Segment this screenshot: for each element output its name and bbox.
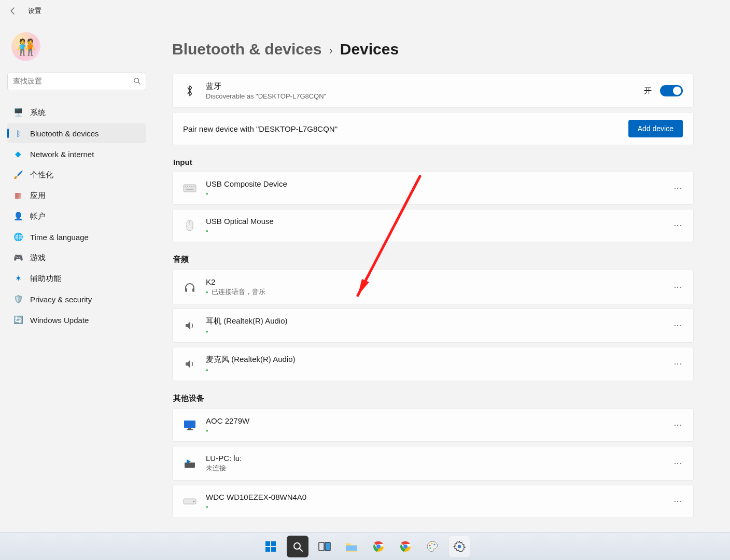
titlebar: 设置	[0, 0, 730, 22]
nav-icon: 🎮	[13, 253, 23, 262]
device-status	[206, 426, 661, 434]
svg-rect-31	[346, 545, 357, 551]
device-card-input-1[interactable]: USB Optical Mouse⋮	[172, 209, 694, 242]
device-status: 未连接	[206, 464, 661, 473]
more-icon[interactable]: ⋮	[670, 360, 683, 368]
device-card-other-2[interactable]: WDC WD10EZEX-08WN4A0⋮	[172, 485, 694, 518]
breadcrumb-parent[interactable]: Bluetooth & devices	[172, 40, 321, 58]
device-name: 耳机 (Realtek(R) Audio)	[206, 316, 661, 326]
taskbar-paint[interactable]	[422, 536, 443, 557]
sidebar-item-9[interactable]: 🛡️Privacy & security	[7, 289, 146, 309]
sidebar-item-6[interactable]: 🌐Time & language	[7, 227, 146, 247]
device-name: LU-PC: lu:	[206, 454, 661, 463]
taskbar-search[interactable]	[287, 536, 308, 557]
nav-list: 🖥️系统ᛒBluetooth & devices◆Network & inter…	[7, 103, 146, 330]
svg-rect-25	[265, 547, 270, 552]
sidebar-item-label: 应用	[30, 191, 46, 201]
bluetooth-toggle[interactable]	[660, 85, 683, 96]
taskbar	[0, 532, 730, 560]
sidebar-item-label: 帐户	[30, 212, 46, 221]
sidebar-item-4[interactable]: ▦应用	[7, 186, 146, 205]
speaker-icon	[183, 319, 196, 332]
back-icon[interactable]	[8, 6, 18, 16]
sidebar-item-10[interactable]: 🔄Windows Update	[7, 310, 146, 330]
media-icon	[183, 457, 196, 470]
more-icon[interactable]: ⋮	[670, 221, 683, 230]
svg-rect-5	[189, 186, 190, 187]
device-card-input-0[interactable]: USB Composite Device⋮	[172, 172, 694, 205]
keyboard-icon	[183, 181, 196, 195]
taskbar-settings[interactable]	[448, 536, 470, 557]
sidebar-item-0[interactable]: 🖥️系统	[7, 103, 146, 122]
sidebar-item-8[interactable]: ✶辅助功能	[7, 269, 146, 288]
taskbar-chrome2[interactable]	[395, 536, 416, 557]
svg-point-39	[429, 547, 431, 549]
sidebar-item-7[interactable]: 🎮游戏	[7, 248, 146, 268]
device-status	[206, 366, 661, 373]
sidebar-item-label: 个性化	[30, 170, 53, 180]
sidebar-item-label: Time & language	[30, 233, 89, 242]
hdd-icon	[183, 495, 196, 508]
sidebar-item-label: 系统	[30, 108, 46, 118]
taskbar-taskview[interactable]	[314, 536, 335, 557]
sidebar-item-label: Windows Update	[30, 316, 89, 325]
search-placeholder: 查找设置	[13, 77, 42, 86]
breadcrumb: Bluetooth & devices › Devices	[172, 40, 694, 58]
nav-icon: 🌐	[13, 232, 23, 242]
nav-icon: 🛡️	[13, 295, 23, 304]
device-card-audio-1[interactable]: 耳机 (Realtek(R) Audio)⋮	[172, 309, 694, 343]
svg-rect-2	[184, 185, 196, 192]
nav-icon: ᛒ	[13, 129, 23, 138]
svg-rect-8	[186, 189, 193, 190]
more-icon[interactable]: ⋮	[670, 459, 683, 468]
search-input[interactable]: 查找设置	[7, 73, 146, 90]
more-icon[interactable]: ⋮	[670, 184, 683, 192]
svg-rect-12	[192, 288, 194, 292]
device-name: K2	[206, 277, 661, 286]
more-icon[interactable]: ⋮	[670, 497, 683, 506]
device-card-audio-0[interactable]: K2已连接语音，音乐⋮	[172, 270, 694, 304]
nav-icon: 👤	[13, 212, 23, 221]
bluetooth-card: 蓝牙 Discoverable as "DESKTOP-L7G8CQN" 开	[172, 74, 694, 108]
taskbar-chrome1[interactable]	[368, 536, 389, 557]
svg-line-28	[300, 549, 302, 551]
svg-rect-16	[187, 429, 193, 430]
section-title-input: Input	[173, 158, 694, 166]
window-title: 设置	[28, 6, 41, 16]
nav-icon: ◆	[13, 149, 23, 159]
svg-rect-7	[193, 186, 194, 187]
device-status	[206, 189, 661, 197]
device-card-audio-2[interactable]: 麦克风 (Realtek(R) Audio)⋮	[172, 347, 694, 381]
svg-rect-3	[185, 186, 186, 187]
taskbar-start[interactable]	[260, 536, 282, 557]
headphones-icon	[183, 281, 196, 294]
mouse-icon	[183, 219, 196, 232]
nav-icon: 🔄	[13, 315, 23, 325]
nav-icon: 🖌️	[13, 170, 23, 179]
more-icon[interactable]: ⋮	[670, 321, 683, 330]
more-icon[interactable]: ⋮	[670, 421, 683, 429]
bluetooth-subtitle: Discoverable as "DESKTOP-L7G8CQN"	[206, 92, 635, 100]
svg-rect-30	[325, 542, 330, 551]
sidebar-item-label: Privacy & security	[30, 295, 92, 304]
svg-point-37	[431, 542, 432, 544]
sidebar-item-3[interactable]: 🖌️个性化	[7, 165, 146, 185]
sidebar-item-1[interactable]: ᛒBluetooth & devices	[7, 123, 146, 143]
device-card-other-0[interactable]: AOC 2279W⋮	[172, 409, 694, 442]
sidebar-item-label: 辅助功能	[30, 274, 61, 284]
svg-point-40	[458, 544, 461, 548]
section-title-audio: 音频	[173, 255, 694, 264]
svg-rect-26	[271, 547, 276, 552]
sidebar: 🧑‍🤝‍🧑 查找设置 🖥️系统ᛒBluetooth & devices◆Netw…	[0, 22, 153, 532]
add-device-button[interactable]: Add device	[628, 120, 683, 137]
sidebar-item-2[interactable]: ◆Network & internet	[7, 144, 146, 164]
chevron-right-icon: ›	[329, 44, 332, 58]
more-icon[interactable]: ⋮	[670, 283, 683, 291]
device-card-other-1[interactable]: LU-PC: lu:未连接⋮	[172, 446, 694, 481]
svg-rect-17	[185, 463, 195, 468]
avatar[interactable]: 🧑‍🤝‍🧑	[11, 32, 40, 61]
device-name: WDC WD10EZEX-08WN4A0	[206, 493, 661, 501]
taskbar-explorer[interactable]	[341, 536, 362, 557]
section-title-other: 其他设备	[173, 394, 694, 403]
sidebar-item-5[interactable]: 👤帐户	[7, 206, 146, 226]
